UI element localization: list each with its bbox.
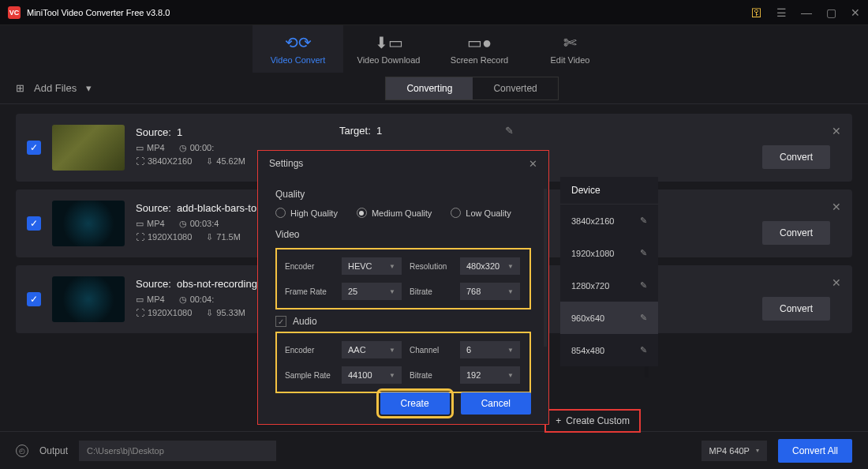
file-info: Source: obs-not-recording ▭ MP4 ◷ 00:04:… <box>136 278 257 321</box>
resolution-label: Resolution <box>410 262 452 271</box>
resolution-option[interactable]: 854x480✎ <box>560 334 658 366</box>
panel-header: Device <box>560 177 658 204</box>
schedule-icon[interactable]: ◴ <box>16 445 28 457</box>
filesize: ⇩ 95.33M <box>206 308 245 318</box>
main-tabs: ⟲⟳ Video Convert ⬇▭ Video Download ▭● Sc… <box>0 25 868 73</box>
video-settings: Encoder HEVC▼ Resolution 480x320▼ Frame … <box>275 248 531 310</box>
source-name: 1 <box>177 126 182 138</box>
edit-icon[interactable]: ✎ <box>640 216 647 226</box>
add-files-label: Add Files <box>34 82 77 94</box>
source-label: Source: <box>136 278 171 290</box>
remove-row-icon[interactable]: ✕ <box>832 201 841 213</box>
radio-low-quality[interactable]: Low Quality <box>451 208 511 218</box>
edit-target-icon[interactable]: ✎ <box>505 125 514 137</box>
audio-encoder-select[interactable]: AAC▼ <box>342 341 402 358</box>
edit-icon[interactable]: ✎ <box>640 313 647 323</box>
tab-video-download[interactable]: ⬇▭ Video Download <box>343 25 434 73</box>
convert-button[interactable]: Convert <box>762 221 830 245</box>
resolution-option[interactable]: 3840x2160✎ <box>560 204 658 237</box>
encoder-label: Encoder <box>285 346 334 355</box>
settings-modal: Settings ✕ Quality High Quality Medium Q… <box>257 150 549 425</box>
thumbnail <box>52 276 125 322</box>
convert-button[interactable]: Convert <box>762 145 830 169</box>
row-checkbox[interactable]: ✓ <box>27 141 41 155</box>
tab-screen-record[interactable]: ▭● Screen Record <box>434 25 525 73</box>
plus-icon: + <box>556 415 561 426</box>
create-custom-label: Create Custom <box>566 415 630 426</box>
radio-high-quality[interactable]: High Quality <box>275 208 338 218</box>
titlebar: VC MiniTool Video Converter Free v3.8.0 … <box>0 0 868 25</box>
segment-converted[interactable]: Converted <box>473 77 557 99</box>
output-path-input[interactable] <box>79 441 276 461</box>
create-button[interactable]: Create <box>380 392 450 415</box>
format-badge: ▭ MP4 <box>136 295 165 305</box>
channel-label: Channel <box>410 346 452 355</box>
tab-edit-video[interactable]: ✄ Edit Video <box>525 25 615 73</box>
maximize-icon[interactable]: ▢ <box>826 6 836 19</box>
resolution-option[interactable]: 960x640✎ <box>560 302 658 334</box>
video-resolution-select[interactable]: 480x320▼ <box>460 257 520 275</box>
download-icon: ⬇▭ <box>375 33 403 52</box>
quality-label: Quality <box>275 189 531 200</box>
samplerate-label: Sample Rate <box>285 371 334 380</box>
modal-title: Settings <box>269 158 303 169</box>
edit-icon[interactable]: ✎ <box>640 280 647 291</box>
add-files-button[interactable]: ⊞ Add Files ▾ <box>16 82 92 94</box>
output-label: Output <box>39 445 68 456</box>
resolution: ⛶ 1920X1080 <box>136 232 192 242</box>
create-custom-button[interactable]: + Create Custom <box>544 409 641 433</box>
convert-button[interactable]: Convert <box>762 297 830 321</box>
minimize-icon[interactable]: — <box>801 6 812 19</box>
audio-section-header: ✓ Audio <box>275 316 531 327</box>
video-framerate-select[interactable]: 25▼ <box>342 283 402 300</box>
app-logo: VC <box>8 6 21 19</box>
row-checkbox[interactable]: ✓ <box>27 216 41 231</box>
resolution: ⛶ 3840X2160 <box>136 156 192 166</box>
menu-icon[interactable]: ☰ <box>776 6 787 19</box>
tab-video-convert[interactable]: ⟲⟳ Video Convert <box>253 25 343 73</box>
duration: ◷ 00:04: <box>179 295 215 305</box>
file-info: Source: 1 ▭ MP4 ◷ 00:00: ⛶ 3840X2160 ⇩ 4… <box>136 126 245 170</box>
audio-samplerate-select[interactable]: 44100▼ <box>342 366 402 384</box>
video-encoder-select[interactable]: HEVC▼ <box>342 257 402 275</box>
remove-row-icon[interactable]: ✕ <box>832 125 841 137</box>
tab-label: Edit Video <box>551 55 590 65</box>
bitrate-label: Bitrate <box>410 287 452 296</box>
file-info: Source: add-black-bars-to ▭ MP4 ◷ 00:03:… <box>136 202 256 246</box>
audio-settings: Encoder AAC▼ Channel 6▼ Sample Rate 4410… <box>275 332 531 393</box>
output-format-select[interactable]: MP4 640P▾ <box>702 441 767 461</box>
edit-icon[interactable]: ✎ <box>640 345 647 355</box>
key-icon[interactable]: ⚿ <box>751 6 762 19</box>
convert-all-button[interactable]: Convert All <box>778 439 852 463</box>
remove-row-icon[interactable]: ✕ <box>832 276 841 289</box>
modal-close-icon[interactable]: ✕ <box>529 158 537 170</box>
resolution: ⛶ 1920X1080 <box>136 308 192 317</box>
close-icon[interactable]: ✕ <box>851 6 860 19</box>
resolution-option[interactable]: 1280x720✎ <box>560 269 658 302</box>
source-name: obs-not-recording <box>177 278 257 290</box>
video-label: Video <box>275 229 531 240</box>
duration: ◷ 00:03:4 <box>179 219 219 229</box>
cancel-button[interactable]: Cancel <box>461 392 531 415</box>
bitrate-label: Bitrate <box>410 371 452 380</box>
edit-icon[interactable]: ✎ <box>640 248 647 258</box>
audio-checkbox[interactable]: ✓ <box>275 316 286 327</box>
segment-converting[interactable]: Converting <box>386 77 473 99</box>
filesize: ⇩ 45.62M <box>206 156 245 167</box>
tab-label: Video Download <box>357 55 421 65</box>
radio-medium-quality[interactable]: Medium Quality <box>357 208 432 218</box>
audio-bitrate-select[interactable]: 192▼ <box>460 366 520 384</box>
audio-channel-select[interactable]: 6▼ <box>460 341 520 358</box>
target-name: 1 <box>376 125 382 137</box>
video-bitrate-select[interactable]: 768▼ <box>460 283 520 300</box>
tab-label: Screen Record <box>451 55 508 65</box>
modal-scrollbar[interactable] <box>544 189 547 347</box>
format-badge: ▭ MP4 <box>136 143 165 153</box>
target-label: Target: <box>339 125 371 137</box>
source-label: Source: <box>136 202 171 214</box>
audio-label: Audio <box>293 316 317 327</box>
dropdown-caret-icon[interactable]: ▾ <box>86 82 92 94</box>
resolution-option[interactable]: 1920x1080✎ <box>560 237 658 269</box>
plus-icon: ⊞ <box>16 82 24 94</box>
row-checkbox[interactable]: ✓ <box>27 292 41 306</box>
